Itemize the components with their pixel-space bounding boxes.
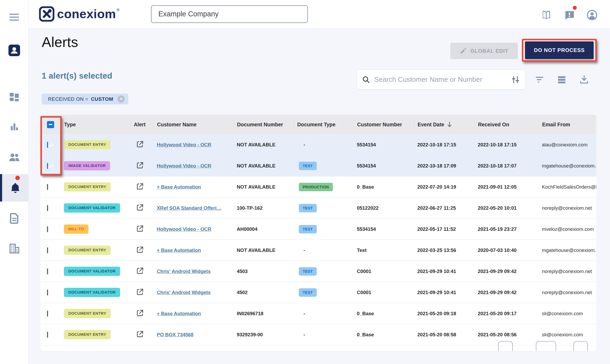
tune-icon[interactable] [511,75,520,84]
customer-name-link[interactable]: Chris' Android Widgets [157,269,211,274]
customer-number-cell: 5534154 [357,163,417,169]
open-alert-icon[interactable] [136,140,144,148]
sidebar-item-contact-card[interactable] [0,44,29,57]
table-row[interactable]: DOCUMENT ENTRY+ Base AutomationIN0269671… [40,303,596,324]
column-header-customer-number[interactable]: Customer Number [354,119,417,130]
search-input[interactable] [374,75,511,84]
table-row[interactable]: IMAGE VALIDATORHollywood Video - OCRNOT … [40,155,596,176]
customer-name-link[interactable]: Chris' Android Widgets [157,290,211,295]
document-type-badge: TEST [299,267,317,276]
customer-name-link[interactable]: PO BOX 734568 [157,332,193,337]
customer-name-link[interactable]: + Base Automation [157,184,201,190]
email-from-cell: mveloz@conexiom.com [542,226,596,232]
row-checkbox-cell [40,290,64,295]
company-selector[interactable] [151,5,308,23]
customer-name-link[interactable]: + Base Automation [157,247,201,253]
table-row[interactable]: DOCUMENT ENTRY+ Base AutomationNOT AVAIL… [40,240,596,261]
type-badge: DOCUMENT ENTRY [64,309,111,318]
download-icon[interactable] [579,74,589,85]
open-alert-icon[interactable] [136,309,144,317]
alert-cell [134,224,157,234]
menu-icon[interactable] [0,13,29,21]
sidebar [0,0,29,364]
chip-label: RECEIVED ON = [48,96,88,102]
open-alert-icon[interactable] [136,182,144,190]
sidebar-item-dashboard[interactable] [0,92,29,103]
sidebar-item-customers[interactable] [0,152,29,163]
table-row[interactable]: DOCUMENT ENTRYHollywood Video - OCRNOT A… [40,134,596,155]
row-checkbox[interactable] [47,184,48,190]
column-header-label: Document Type [297,122,335,128]
customer-name-cell: Chris' Android Widgets [157,269,237,274]
sidebar-item-company[interactable] [0,243,29,254]
customer-name-cell: Hollywood Video - OCR [157,163,237,169]
open-alert-icon[interactable] [136,246,144,254]
column-header-document-type[interactable]: Document Type [294,119,357,130]
filter-icon[interactable] [534,74,545,85]
column-header-type[interactable]: Type [61,119,134,130]
document-type-cell: TEST [297,288,357,297]
customer-name-link[interactable]: XRef SOA Standard Offeri… [157,205,221,211]
customer-name-link[interactable]: Hollywood Video - OCR [157,226,211,232]
row-checkbox[interactable] [47,247,48,253]
column-header-received-on[interactable]: Received On [475,119,542,130]
open-alert-icon[interactable] [136,161,144,169]
open-alert-icon[interactable] [136,288,144,296]
pagination-control-partial[interactable] [573,341,588,351]
event-date-cell: 2022-07-20 14:19 [417,184,478,190]
filter-chip-received-on[interactable]: RECEIVED ON = CUSTOM ✕ [42,94,128,104]
open-alert-icon[interactable] [136,330,144,338]
row-checkbox[interactable] [47,226,48,232]
chip-close-icon[interactable]: ✕ [117,95,125,103]
row-checkbox[interactable] [47,163,48,169]
column-header-customer-name[interactable]: Customer Name [154,119,237,130]
received-on-cell: 2021-05-20 09:17 [478,311,542,317]
account-icon[interactable] [587,9,598,21]
customer-name-link[interactable]: Hollywood Video - OCR [157,163,211,169]
table-row[interactable]: DOCUMENT VALIDATORXRef SOA Standard Offe… [40,198,596,219]
customer-number-cell: 0_Base [357,184,417,190]
email-from-cell: sli@conexiom.com [542,332,596,338]
received-on-cell: 2022-10-18 17:15 [478,142,542,148]
table-row[interactable]: BILL TOHollywood Video - OCRAH00004TEST5… [40,219,596,240]
email-from-cell: noreply@conexiom.net [542,269,596,274]
open-alert-icon[interactable] [136,267,144,275]
row-density-icon[interactable] [556,74,567,85]
column-header-document-number[interactable]: Document Number [234,119,297,130]
sort-desc-icon[interactable] [447,122,452,127]
pagination-control-partial[interactable] [536,341,556,351]
row-checkbox[interactable] [47,269,48,274]
row-checkbox[interactable] [47,142,48,148]
customer-name-link[interactable]: + Base Automation [157,311,201,316]
column-header-alert[interactable]: Alert [130,119,157,130]
pagination-control-partial[interactable] [498,341,513,351]
table-row[interactable]: DOCUMENT ENTRY+ Base AutomationNOT AVAIL… [40,176,596,198]
table-row[interactable]: DOCUMENT ENTRYPO BOX 7345689329239-00-0_… [40,324,596,345]
notification-dot [573,6,577,10]
global-edit-button[interactable]: GLOBAL EDIT [450,43,518,59]
table-row[interactable]: DOCUMENT VALIDATORChris' Android Widgets… [40,261,596,282]
document-type-cell: TEST [297,204,357,212]
table-row[interactable]: DOCUMENT VALIDATORChris' Android Widgets… [40,282,596,303]
row-checkbox[interactable] [47,311,48,317]
document-type-badge: PRODUCTION [299,183,333,191]
knowledge-base-icon[interactable] [541,9,552,21]
feedback-icon[interactable] [564,9,575,21]
type-badge: DOCUMENT ENTRY [64,330,111,339]
row-checkbox-cell [40,269,64,274]
select-all-checkbox[interactable] [47,121,54,128]
column-header-event-date[interactable]: Event Date [414,119,478,130]
sidebar-item-alerts[interactable] [0,174,29,202]
do-not-process-button[interactable]: DO NOT PROCESS [525,41,594,59]
row-checkbox[interactable] [47,290,48,295]
sidebar-item-reports[interactable] [0,122,29,132]
customer-name-link[interactable]: Hollywood Video - OCR [157,142,211,147]
received-on-cell: 2021-09-01 12:05 [478,184,542,190]
row-checkbox[interactable] [47,205,48,211]
contact-card-icon [8,44,21,57]
column-header-email-from[interactable]: Email From [539,119,596,130]
row-checkbox[interactable] [47,332,48,338]
sidebar-item-documents[interactable] [0,213,29,224]
open-alert-icon[interactable] [136,224,144,233]
open-alert-icon[interactable] [136,203,144,212]
